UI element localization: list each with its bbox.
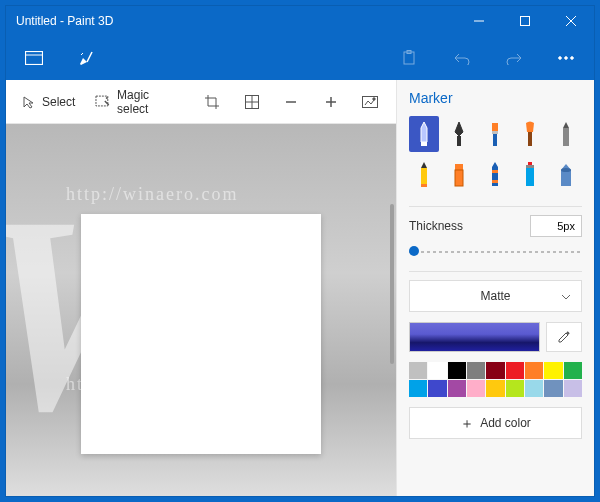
color-swatch[interactable] [564, 362, 582, 379]
title-bar: Untitled - Paint 3D [6, 6, 594, 36]
tool-marker[interactable] [409, 116, 439, 152]
canvas-toolbar: Select Magic select [6, 80, 396, 124]
magic-select-tool[interactable]: Magic select [87, 86, 190, 118]
close-button[interactable] [548, 6, 594, 36]
color-swatch[interactable] [564, 380, 582, 397]
zoom-out-button[interactable] [274, 86, 309, 118]
color-swatch[interactable] [506, 362, 524, 379]
tool-eraser[interactable] [444, 156, 474, 192]
crop-tool[interactable] [195, 86, 230, 118]
svg-rect-24 [493, 134, 497, 146]
color-swatch[interactable] [486, 380, 504, 397]
color-palette [409, 362, 582, 397]
svg-rect-29 [455, 164, 463, 170]
current-color-swatch[interactable] [409, 322, 540, 352]
work-area: Select Magic select [6, 80, 396, 496]
select-label: Select [42, 95, 75, 109]
svg-rect-27 [421, 168, 427, 184]
color-swatch[interactable] [486, 362, 504, 379]
magic-select-label: Magic select [117, 88, 183, 116]
tool-crayon[interactable] [480, 156, 510, 192]
zoom-in-button[interactable] [313, 86, 348, 118]
more-button[interactable] [548, 40, 584, 76]
undo-button[interactable] [444, 40, 480, 76]
window-title: Untitled - Paint 3D [16, 14, 113, 28]
svg-rect-23 [492, 131, 498, 134]
fit-view-button[interactable] [353, 86, 388, 118]
app-window: Untitled - Paint 3D [6, 6, 594, 496]
menu-bar [6, 36, 594, 80]
svg-rect-35 [526, 165, 534, 168]
paste-button[interactable] [392, 40, 428, 76]
svg-rect-4 [26, 52, 43, 65]
material-select[interactable]: Matte [409, 280, 582, 312]
color-swatch[interactable] [409, 380, 427, 397]
svg-rect-31 [492, 167, 498, 186]
thickness-row: Thickness [409, 215, 582, 237]
svg-rect-21 [457, 136, 461, 146]
slider-track [409, 251, 582, 253]
svg-rect-32 [492, 170, 498, 173]
color-swatch[interactable] [544, 362, 562, 379]
tool-spray-can[interactable] [515, 156, 545, 192]
svg-point-19 [373, 97, 375, 99]
grid-toggle[interactable] [234, 86, 269, 118]
canvas-viewport[interactable]: W http://winaero.com http://winaero.com [6, 124, 396, 496]
plus-icon: ＋ [460, 416, 474, 430]
thickness-slider[interactable] [409, 243, 582, 261]
add-color-button[interactable]: ＋ Add color [409, 407, 582, 439]
svg-rect-33 [492, 180, 498, 183]
svg-point-9 [565, 57, 568, 60]
redo-button[interactable] [496, 40, 532, 76]
side-panel: Marker [396, 80, 594, 496]
svg-rect-34 [528, 162, 532, 165]
tool-oil-brush[interactable] [480, 116, 510, 152]
color-swatch[interactable] [409, 362, 427, 379]
color-swatch[interactable] [448, 380, 466, 397]
tool-calligraphy-pen[interactable] [444, 116, 474, 152]
slider-thumb[interactable] [409, 246, 419, 256]
tool-fill[interactable] [551, 156, 581, 192]
thickness-input[interactable] [530, 215, 582, 237]
svg-rect-25 [528, 132, 532, 146]
menu-button[interactable] [16, 40, 52, 76]
tool-watercolor-brush[interactable] [515, 116, 545, 152]
svg-rect-28 [421, 184, 427, 187]
svg-point-8 [559, 57, 562, 60]
svg-rect-1 [521, 17, 530, 26]
svg-rect-30 [455, 170, 463, 186]
divider-2 [409, 271, 582, 272]
svg-rect-20 [421, 142, 427, 146]
tool-pencil[interactable] [551, 116, 581, 152]
color-swatch[interactable] [448, 362, 466, 379]
color-swatch[interactable] [428, 362, 446, 379]
content-area: Select Magic select [6, 80, 594, 496]
add-color-label: Add color [480, 416, 531, 430]
color-swatch[interactable] [467, 380, 485, 397]
material-label: Matte [480, 289, 510, 303]
brush-tools-grid [409, 116, 582, 192]
panel-title: Marker [409, 90, 582, 106]
svg-point-38 [561, 168, 571, 172]
tool-pen[interactable] [409, 156, 439, 192]
select-tool[interactable]: Select [14, 86, 83, 118]
color-swatch[interactable] [506, 380, 524, 397]
color-swatch[interactable] [525, 362, 543, 379]
canvas[interactable] [81, 214, 321, 454]
svg-rect-37 [561, 170, 571, 186]
color-swatch[interactable] [467, 362, 485, 379]
minimize-button[interactable] [456, 6, 502, 36]
color-swatch[interactable] [544, 380, 562, 397]
vertical-scrollbar[interactable] [390, 204, 394, 364]
maximize-button[interactable] [502, 6, 548, 36]
color-swatch[interactable] [525, 380, 543, 397]
svg-rect-36 [526, 168, 534, 186]
eyedropper-button[interactable] [546, 322, 582, 352]
thickness-label: Thickness [409, 219, 463, 233]
svg-point-10 [571, 57, 574, 60]
brush-mode-button[interactable] [68, 40, 104, 76]
svg-rect-22 [492, 123, 498, 131]
svg-rect-26 [563, 128, 569, 146]
divider [409, 206, 582, 207]
color-swatch[interactable] [428, 380, 446, 397]
